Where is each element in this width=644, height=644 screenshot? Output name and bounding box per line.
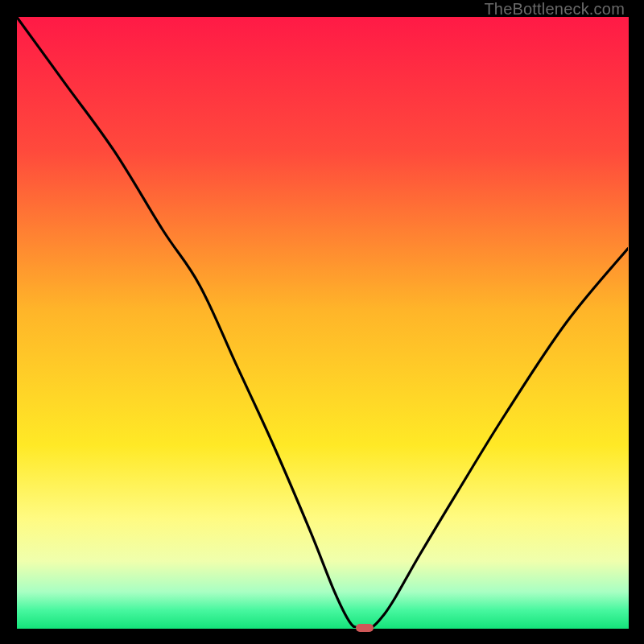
chart-frame: TheBottleneck.com xyxy=(0,0,644,644)
bottleneck-curve xyxy=(16,16,628,628)
watermark-text: TheBottleneck.com xyxy=(484,0,625,19)
minimum-marker-icon xyxy=(356,624,374,632)
